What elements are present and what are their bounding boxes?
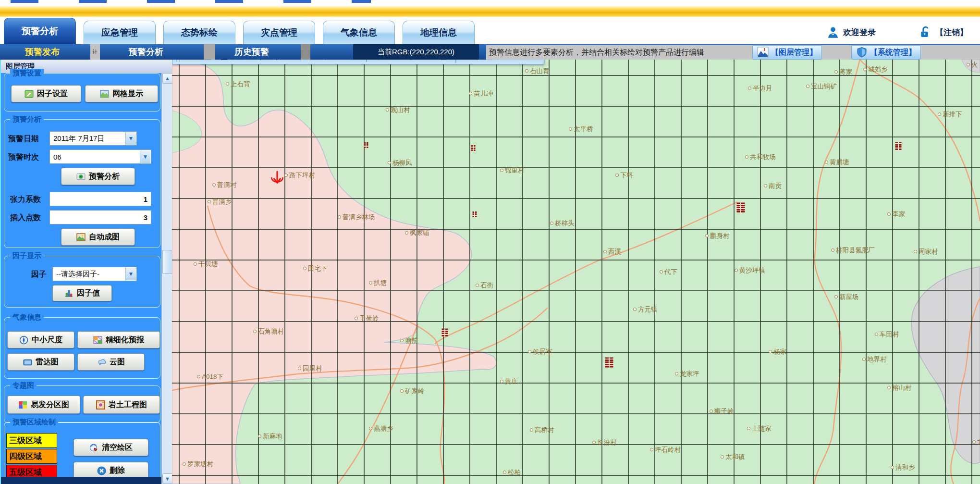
level4-zone-swatch[interactable]: 四级区域 [6,449,57,464]
measure-distance-icon[interactable] [184,60,199,62]
map-canvas[interactable]: 上石背石山青蒋家城郊乡半边月宝山铜矿苗儿冲观山村新排下太平桥共和牧场黄腊塘杨柳凤… [172,60,980,484]
layer-manage-label: 【图层管理】 [771,48,817,58]
button-label: 易发分区图 [31,400,69,410]
meso-scale-button[interactable]: 中小尺度 [7,331,74,348]
chevron-down-icon[interactable]: ▼ [125,268,136,280]
zoom-extent-icon[interactable] [315,60,330,62]
tab-气象信息[interactable]: 气象信息 [323,21,395,44]
date-value: 2011年 7月17日 [53,134,104,143]
scroll-up-button[interactable]: ▲ [162,73,172,84]
auto-plot-button[interactable]: 自动成图 [61,228,135,246]
factor-select[interactable]: --请选择因子- ▼ [52,267,137,281]
warning-date-select[interactable]: 2011年 7月17日 ▼ [49,131,137,146]
logout-control[interactable]: 【注销】 [919,24,968,40]
lock-icon [919,25,932,39]
grey-corner [962,60,980,72]
grid-tool-icon[interactable] [233,60,248,62]
tab-地理信息[interactable]: 地理信息 [403,21,475,44]
globe-icon[interactable] [282,60,297,62]
logout-label: 【注销】 [935,27,968,38]
clear-drawing-button[interactable]: 清空绘区 [74,439,148,456]
run-analysis-button[interactable]: 预警分析 [61,168,135,185]
measure-area-icon[interactable] [200,60,215,62]
radar-chart-button[interactable]: 雷达图 [7,353,74,371]
geotech-map-button[interactable]: 岩土工程图 [83,396,160,414]
zoom-in-icon[interactable] [249,60,264,62]
chevron-down-icon[interactable]: ▼ [140,150,150,163]
tool-tray [184,60,451,62]
welcome-label: 欢迎登录 [843,27,876,38]
pan-icon[interactable] [298,60,313,62]
susceptibility-zoning-button[interactable]: 易发分区图 [7,396,80,414]
swap-icon[interactable] [347,60,362,62]
auto-plot-icon [76,233,86,242]
group-legend: 气象信息 [10,313,44,322]
tension-label: 张力系数 [10,195,41,205]
tab-应急管理[interactable]: 应急管理 [84,21,156,44]
subtab-预警分析[interactable]: 预警分析 [129,44,163,60]
button-label: 因子设置 [37,89,68,99]
factor-value-button[interactable]: 因子值 [52,285,112,301]
map3d-button[interactable]: 三维地图 [455,60,506,63]
toolbar-divider [366,60,367,62]
button-label: 自动成图 [89,232,120,242]
analysis-icon [76,172,86,181]
print-icon[interactable] [436,60,451,62]
tension-value: 1 [144,195,147,203]
window-top-strip [0,0,980,6]
radar-icon [23,358,32,367]
disaster-point-marker [442,329,448,337]
rgb-readout: 当前RGB:(220,220,220) [353,44,479,60]
factor-settings-button[interactable]: 因子设置 [11,85,81,102]
sidebar-scrollbar[interactable]: ▲ ▼ [161,73,172,484]
cloud-chart-button[interactable]: 云图 [77,353,145,371]
points-label: 插入点数 [10,213,41,223]
measure-polygon-icon[interactable] [217,60,232,62]
shield-icon [856,47,868,58]
export-icon[interactable] [387,60,402,62]
tab-态势标绘[interactable]: 态势标绘 [163,21,235,44]
pause-icon[interactable] [331,60,346,62]
layer-manage-button[interactable]: 【图层管理】 [752,45,822,60]
divider-block [204,44,215,60]
compass-icon [19,335,28,345]
toolbar-drag-handle[interactable] [176,60,180,62]
fine-forecast-button[interactable]: 精细化预报 [77,331,160,348]
tab-灾点管理[interactable]: 灾点管理 [243,21,315,44]
info-icon[interactable] [371,60,386,62]
tension-input[interactable]: 1 [49,192,151,206]
level-label: 三级区域 [9,435,42,446]
clear-zone-icon [89,443,98,452]
factor-settings-icon [24,89,34,99]
divider-block [301,44,310,60]
system-manage-button[interactable]: 【系统管理】 [851,45,921,60]
system-manage-label: 【系统管理】 [870,48,916,58]
group-legend: 专题图 [10,381,37,390]
user-icon [826,25,840,39]
gold-banner [0,6,980,18]
subtab-bar: 计 当前RGB:(220,220,220) 预警信息进行多要素分析，并结合相关标… [0,44,980,60]
scroll-down-button[interactable]: ▼ [162,473,172,484]
warning-time-select[interactable]: 06 ▼ [49,149,151,164]
subtab-预警发布[interactable]: 预警发布 [25,44,60,60]
grid-display-button[interactable]: 网格显示 [85,85,158,102]
disaster-point-marker [364,142,368,148]
clock-icon[interactable] [404,60,418,62]
scrollbar-thumb[interactable] [162,250,172,274]
zoom-out-icon[interactable] [266,60,281,62]
page-preview-icon[interactable] [420,60,435,62]
level3-zone-swatch[interactable]: 三级区域 [6,433,57,448]
layer-map-icon [757,47,769,58]
welcome-login[interactable]: 欢迎登录 [826,24,876,40]
subtab-历史预警[interactable]: 历史预警 [234,44,269,60]
level-label: 四级区域 [9,451,42,462]
top-edge-dashes [11,0,371,3]
factor-label: 因子 [31,270,47,280]
button-label: 雷达图 [36,357,59,367]
grey-region [911,267,980,463]
insert-points-input[interactable]: 3 [49,210,151,224]
tab-预警分析[interactable]: 预警分析 [4,18,76,44]
button-label: 删除 [110,466,125,476]
button-label: 因子值 [77,288,100,298]
chevron-down-icon[interactable]: ▼ [125,132,136,145]
